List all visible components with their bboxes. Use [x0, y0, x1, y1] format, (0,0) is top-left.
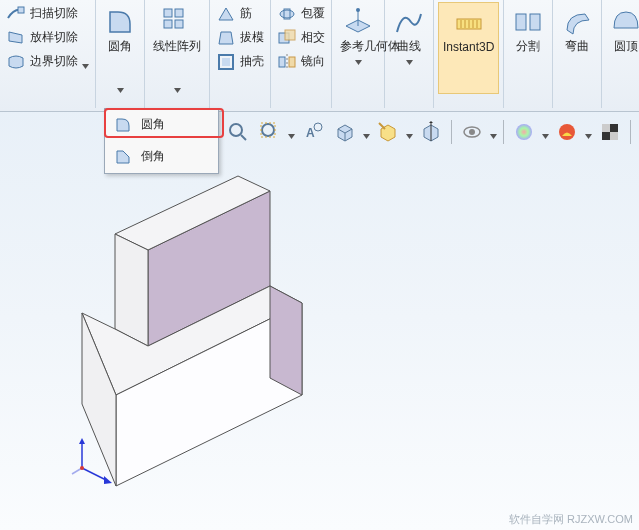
boundary-cut-label: 边界切除	[30, 55, 78, 68]
curve-icon	[393, 6, 425, 38]
linear-pattern-button[interactable]: 线性阵列	[149, 2, 205, 94]
svg-rect-22	[516, 14, 526, 30]
view-toolbar: A	[224, 118, 639, 146]
instant3d-button[interactable]: Instant3D	[438, 2, 499, 94]
fillet-icon	[104, 6, 136, 38]
svg-rect-4	[175, 20, 183, 28]
svg-rect-10	[285, 30, 295, 40]
svg-rect-13	[289, 57, 295, 67]
fillet-button[interactable]: 圆角	[100, 2, 140, 94]
separator	[630, 120, 631, 144]
fillet-menu-label: 圆角	[141, 118, 165, 131]
draft-button[interactable]: 拔模	[214, 26, 266, 50]
watermark-text: 软件自学网 RJZXW.COM	[509, 512, 633, 527]
loft-cut-icon	[6, 28, 26, 48]
ribbon-toolbar: 扫描切除 放样切除 边界切除 圆角 线性阵列 筋	[0, 0, 639, 112]
curve-button[interactable]: 曲线	[389, 2, 429, 94]
svg-rect-23	[530, 14, 540, 30]
svg-marker-54	[79, 438, 85, 444]
swept-cut-button[interactable]: 扫描切除	[4, 2, 91, 26]
svg-line-25	[241, 135, 246, 140]
loft-cut-label: 放样切除	[30, 31, 78, 44]
svg-point-24	[230, 124, 242, 136]
appearance-button[interactable]	[510, 118, 538, 146]
shell-button[interactable]: 抽壳	[214, 50, 266, 74]
draft-icon	[216, 28, 236, 48]
svg-rect-40	[610, 132, 618, 140]
instant3d-icon	[453, 7, 485, 39]
loft-cut-button[interactable]: 放样切除	[4, 26, 91, 50]
swept-cut-label: 扫描切除	[30, 7, 78, 20]
fillet-label: 圆角	[108, 40, 132, 53]
svg-marker-50	[270, 286, 302, 395]
chamfer-icon	[113, 147, 133, 167]
section-view-button[interactable]	[417, 118, 445, 146]
view-orientation-button[interactable]: A	[299, 118, 327, 146]
dropdown-arrow-icon[interactable]	[542, 129, 549, 136]
wrap-icon	[277, 4, 297, 24]
svg-point-36	[516, 124, 532, 140]
model-viewport[interactable]	[0, 165, 639, 516]
dropdown-arrow-icon[interactable]	[406, 129, 413, 136]
dropdown-arrow-icon[interactable]	[406, 55, 413, 62]
zoom-fit-button[interactable]	[224, 118, 252, 146]
bend-button[interactable]: 弯曲	[557, 2, 597, 94]
fillet-icon	[113, 115, 133, 135]
svg-rect-39	[602, 124, 610, 132]
mirror-button[interactable]: 镜向	[275, 50, 327, 74]
dropdown-arrow-icon[interactable]	[355, 55, 362, 62]
dropdown-arrow-icon[interactable]	[363, 129, 370, 136]
mirror-label: 镜向	[301, 55, 325, 68]
split-icon	[512, 6, 544, 38]
svg-rect-11	[279, 57, 285, 67]
dome-button[interactable]: 圆顶	[606, 2, 639, 94]
boundary-cut-button[interactable]: 边界切除	[4, 50, 91, 74]
chamfer-menu-item[interactable]: 倒角	[105, 141, 218, 173]
fillet-dropdown: 圆角 倒角	[104, 108, 219, 174]
model-render	[0, 165, 639, 525]
shell-label: 抽壳	[240, 55, 264, 68]
dropdown-arrow-icon[interactable]	[174, 83, 181, 90]
svg-line-55	[82, 468, 106, 480]
render-settings-button[interactable]	[596, 118, 624, 146]
separator	[503, 120, 504, 144]
mirror-icon	[277, 52, 297, 72]
intersect-button[interactable]: 相交	[275, 26, 327, 50]
ref-geometry-label: 参考几何体	[340, 40, 376, 53]
split-label: 分割	[516, 40, 540, 53]
svg-point-37	[559, 124, 575, 140]
svg-point-58	[80, 466, 84, 470]
svg-point-29	[314, 123, 322, 131]
dropdown-arrow-icon[interactable]	[490, 129, 497, 136]
dropdown-arrow-icon[interactable]	[117, 83, 124, 90]
svg-rect-0	[18, 7, 24, 13]
swept-cut-icon	[6, 4, 26, 24]
chamfer-menu-label: 倒角	[141, 150, 165, 163]
svg-point-15	[356, 8, 360, 12]
wrap-button[interactable]: 包覆	[275, 2, 327, 26]
zoom-area-button[interactable]	[256, 118, 284, 146]
svg-rect-1	[164, 9, 172, 17]
hide-show-button[interactable]	[374, 118, 402, 146]
split-button[interactable]: 分割	[508, 2, 548, 94]
fillet-menu-item[interactable]: 圆角	[105, 109, 218, 141]
svg-point-7	[280, 10, 294, 18]
dome-icon	[610, 6, 639, 38]
dropdown-arrow-icon[interactable]	[585, 129, 592, 136]
svg-marker-45	[115, 234, 148, 346]
draft-label: 拔模	[240, 31, 264, 44]
svg-point-26	[262, 124, 274, 136]
ref-geometry-button[interactable]: 参考几何体	[336, 2, 380, 94]
scene-button[interactable]	[553, 118, 581, 146]
intersect-label: 相交	[301, 31, 325, 44]
separator	[451, 120, 452, 144]
intersect-icon	[277, 28, 297, 48]
dropdown-arrow-icon[interactable]	[288, 129, 295, 136]
boundary-cut-icon	[6, 52, 26, 72]
display-style-button[interactable]	[331, 118, 359, 146]
bend-icon	[561, 6, 593, 38]
dropdown-arrow-icon	[82, 59, 89, 66]
rib-button[interactable]: 筋	[214, 2, 266, 26]
show-hide-items-button[interactable]	[458, 118, 486, 146]
dome-label: 圆顶	[614, 40, 638, 53]
